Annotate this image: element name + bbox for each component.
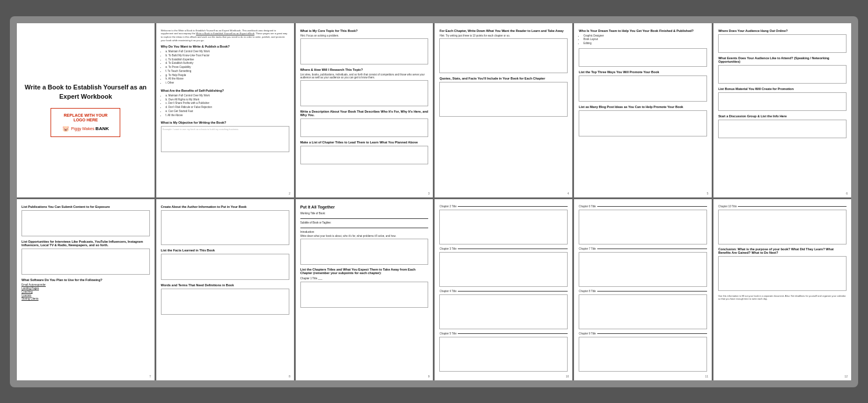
- why-write-section: Why Do You Want to Write & Publish a Boo…: [161, 45, 289, 85]
- bonus-material-box[interactable]: [718, 92, 847, 111]
- list-item: f. All the Above: [166, 114, 289, 118]
- software-courses[interactable]: Courses: [21, 294, 150, 297]
- discussion-group-box[interactable]: [718, 120, 847, 138]
- core-topic-hint: Hint: Focus on solving a problem.: [300, 34, 429, 37]
- list-item: b. Own All Rights to My Work: [166, 98, 289, 102]
- chapter4-header: Chapter 4 Title: [439, 290, 568, 293]
- chapter5-box[interactable]: [439, 337, 568, 372]
- chapter7-label: Chapter 7 Title: [579, 247, 596, 250]
- intro-hint: Write down what your book is about, who …: [300, 235, 429, 238]
- page-number-5: 5: [706, 192, 708, 195]
- events-box[interactable]: [718, 65, 847, 84]
- chapter8-label: Chapter 8 Title: [579, 290, 596, 293]
- software-storing[interactable]: Storing Clients: [21, 297, 150, 300]
- chapter10-line: [738, 206, 847, 207]
- chapter1-box[interactable]: [300, 282, 429, 308]
- page-cover: Write a Book to Establish Yourself as an…: [17, 23, 155, 197]
- cover-title: Write a Book to Establish Yourself as an…: [21, 83, 150, 101]
- software-landing[interactable]: Landing Pages: [21, 287, 150, 290]
- page-dream-team: Who Is Your Dream Team to Help You Get Y…: [574, 23, 712, 197]
- description-title: Write a Description About Your Book That…: [300, 110, 429, 117]
- chapter3-box[interactable]: [439, 252, 568, 287]
- research-hint: List sites, books, publications, individ…: [300, 73, 429, 79]
- quotes-title: Quotes, Stats, and Facts You'll Include …: [439, 77, 568, 80]
- dream-team-list: Graphic Designer Book Layout Editing: [579, 34, 707, 46]
- dream-team-box[interactable]: [579, 48, 707, 67]
- page-number-9: 9: [428, 375, 430, 378]
- working-title-line[interactable]: [300, 215, 429, 219]
- conclusion-section: Conclusion: What is the purpose of your …: [718, 247, 847, 291]
- conclusion-box[interactable]: [718, 256, 847, 291]
- chapter9-line: [597, 333, 708, 334]
- blog-posts-box[interactable]: [579, 110, 707, 136]
- intro-box[interactable]: [300, 239, 429, 265]
- list-item: c. To Establish Expertise: [166, 58, 289, 62]
- chapter2-label: Chapter 2 Title: [439, 205, 456, 208]
- publications-box[interactable]: [21, 210, 150, 236]
- takeaway-box[interactable]: [439, 38, 568, 73]
- chapter2-box[interactable]: [439, 210, 568, 244]
- software-email[interactable]: Email Autoresponder: [21, 283, 150, 286]
- chapter8-box[interactable]: [579, 294, 707, 329]
- facts-box[interactable]: [161, 254, 289, 280]
- chapter9-label: Chapter 9 Title: [579, 332, 596, 335]
- chapter8-header: Chapter 8 Title: [579, 290, 707, 293]
- interviews-section: List Opportunities for Interviews Like P…: [21, 240, 150, 275]
- description-box[interactable]: [300, 118, 429, 137]
- definitions-box[interactable]: [161, 289, 289, 315]
- self-publishing-section: What Are the Benefits of Self-Publishing…: [161, 89, 289, 118]
- chapter6-box[interactable]: [579, 210, 707, 244]
- bonus-material-title: List Bonus Material You Will Create for …: [718, 87, 847, 91]
- discussion-group-section: Start a Discussion Group & List the Info…: [718, 114, 847, 138]
- author-bio-title: Create About the Author Information to P…: [161, 205, 289, 208]
- list-item: Book Layout: [583, 38, 707, 42]
- footer-text: Use this information to fill out your bo…: [718, 294, 847, 300]
- chapter9-header: Chapter 9 Title: [579, 332, 707, 335]
- chapter3-line: [458, 249, 568, 249]
- chapter9-box[interactable]: [579, 337, 707, 372]
- intro-paragraph: Welcome to the Write a Book to Establish…: [161, 29, 289, 43]
- chapter10-header: Chapter 10 Title: [718, 205, 847, 208]
- interviews-box[interactable]: [21, 249, 150, 275]
- self-publishing-list: a. Maintain Full Control Over My Work b.…: [161, 94, 289, 118]
- chapter4-box[interactable]: [439, 294, 568, 329]
- chapter5-line: [458, 333, 568, 334]
- page-chapter-takeaways: For Each Chapter, Write Down What You Wa…: [435, 23, 572, 197]
- list-item: f. To Teach Something: [166, 70, 289, 74]
- chapter6-line: [597, 206, 708, 207]
- events-section: What Events Does Your Audience Like to A…: [718, 56, 847, 84]
- quotes-box[interactable]: [439, 82, 568, 117]
- discussion-group-title: Start a Discussion Group & List the Info…: [718, 114, 847, 118]
- promote-book-box[interactable]: [579, 75, 707, 102]
- list-item: b. To Build My Know-Like-Trust Factor: [166, 54, 289, 58]
- software-coaching[interactable]: Coaching: [21, 290, 150, 293]
- intro-label: Introduction:: [300, 231, 315, 233]
- objective-title: What is My Objective for Writing the Boo…: [161, 121, 289, 124]
- description-section: Write a Description About Your Book That…: [300, 110, 429, 137]
- list-item: c. Don't Share Profits with a Publisher: [166, 102, 289, 106]
- core-topic-box[interactable]: [300, 38, 429, 64]
- list-item: i. Other: [166, 81, 289, 85]
- author-bio-box[interactable]: [161, 210, 289, 245]
- page-number-12: 12: [844, 375, 848, 378]
- logo-pig-area: 🐷 Piggy Makes BANK: [62, 125, 109, 132]
- subtitle-line[interactable]: [300, 224, 429, 228]
- research-box[interactable]: [300, 80, 429, 106]
- research-title: Where & How Will I Research This Topic?: [300, 68, 429, 71]
- page-number-8: 8: [289, 375, 290, 378]
- page-number-7: 7: [149, 375, 151, 378]
- list-item: e. Can Get Started Fast: [166, 110, 289, 114]
- subtitle-field: Subtitle of Book or Tagline:: [300, 221, 429, 228]
- chapter10-box[interactable]: [718, 210, 847, 244]
- chapter-list-box[interactable]: [300, 146, 429, 164]
- promote-book-section: List the Top Three Ways You Will Promote…: [579, 70, 707, 102]
- chapter7-box[interactable]: [579, 252, 707, 287]
- conclusion-title: Conclusion: What is the purpose of your …: [718, 247, 847, 254]
- why-write-list: a. Maintain Full Control Over My Work b.…: [161, 50, 289, 85]
- chapter-titles-title: List the Chapters Titles and What You Ex…: [300, 268, 429, 275]
- chapter5-header: Chapter 5 Title: [439, 332, 568, 335]
- page-number-11: 11: [705, 375, 709, 378]
- page-core-topic: What is My Core Topic for This Book? Hin…: [296, 23, 433, 197]
- audience-online-box[interactable]: [718, 34, 847, 53]
- objective-box[interactable]: Example: I want to use my book as a basi…: [161, 126, 289, 152]
